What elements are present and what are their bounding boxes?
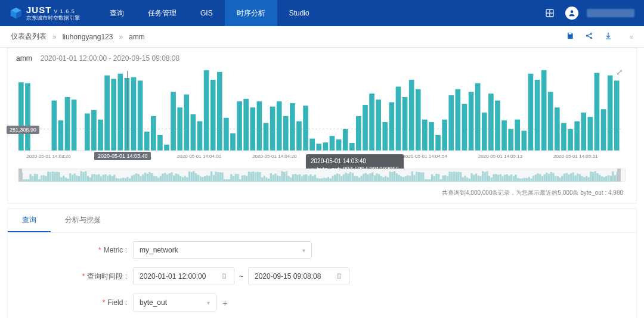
- nav-item-0[interactable]: 查询: [98, 0, 136, 26]
- svg-rect-251: [318, 179, 320, 182]
- svg-rect-32: [138, 80, 143, 151]
- svg-rect-242: [299, 174, 301, 182]
- svg-rect-243: [301, 176, 303, 182]
- save-icon[interactable]: [566, 32, 574, 42]
- svg-rect-54: [283, 116, 289, 151]
- svg-rect-172: [144, 173, 146, 182]
- svg-rect-131: [54, 172, 55, 182]
- time-to-input[interactable]: 2020-09-15 09:08:08🗓: [248, 267, 349, 285]
- svg-rect-316: [462, 177, 464, 182]
- svg-rect-234: [281, 171, 283, 182]
- svg-rect-192: [188, 172, 190, 182]
- svg-rect-77: [435, 135, 441, 151]
- breadcrumb-item[interactable]: 仪表盘列表: [11, 32, 47, 42]
- svg-rect-218: [246, 176, 247, 182]
- svg-rect-389: [617, 169, 621, 182]
- svg-rect-195: [195, 173, 197, 182]
- avatar-icon[interactable]: [565, 7, 578, 20]
- svg-rect-80: [456, 89, 461, 151]
- svg-rect-118: [25, 179, 27, 182]
- expand-icon[interactable]: ⤢: [616, 67, 623, 77]
- svg-rect-265: [349, 172, 351, 182]
- svg-rect-304: [435, 174, 437, 182]
- svg-rect-280: [382, 177, 384, 182]
- breadcrumb-item[interactable]: liuhongyang123: [63, 33, 113, 41]
- tab-1[interactable]: 分析与挖掘: [51, 209, 115, 232]
- svg-rect-184: [171, 173, 172, 182]
- svg-rect-63: [343, 129, 348, 151]
- breadcrumb-item[interactable]: amm: [129, 33, 145, 41]
- svg-rect-288: [400, 176, 402, 182]
- svg-rect-68: [376, 99, 381, 151]
- nav-item-1[interactable]: 任务管理: [136, 0, 188, 26]
- chart-area[interactable]: ⤢ 251,308.90 2020-05-01 14:03:262020-05-…: [8, 68, 636, 166]
- calendar-icon: 🗓: [336, 272, 343, 280]
- svg-rect-82: [469, 92, 474, 151]
- svg-rect-148: [91, 174, 93, 182]
- add-field-icon[interactable]: +: [222, 298, 228, 308]
- svg-rect-372: [586, 176, 587, 182]
- svg-rect-319: [469, 179, 470, 182]
- share-icon[interactable]: [585, 32, 593, 42]
- svg-rect-75: [422, 120, 428, 151]
- svg-rect-14: [18, 82, 24, 151]
- metric-select[interactable]: my_network▾: [133, 241, 312, 259]
- row-metric: *Metric : my_network▾: [32, 241, 612, 259]
- svg-rect-250: [316, 178, 318, 182]
- svg-rect-211: [230, 174, 232, 182]
- svg-rect-300: [426, 179, 428, 182]
- svg-rect-266: [352, 173, 354, 182]
- svg-rect-262: [343, 174, 345, 182]
- svg-rect-214: [237, 174, 239, 182]
- svg-rect-66: [363, 105, 368, 151]
- grid-icon[interactable]: [543, 6, 557, 20]
- svg-rect-196: [197, 175, 199, 182]
- svg-rect-362: [564, 174, 565, 182]
- svg-rect-201: [208, 176, 210, 182]
- chart-card: amm 2020-01-01 12:00:00 - 2020-09-15 09:…: [7, 48, 637, 204]
- bar-chart[interactable]: 2020-05-01 14:03:262020-05-01 14:03:4020…: [18, 68, 621, 164]
- tab-0[interactable]: 查询: [8, 209, 51, 232]
- nav-item-4[interactable]: Studio: [277, 0, 321, 26]
- svg-rect-62: [336, 139, 342, 151]
- download-icon[interactable]: [604, 32, 612, 42]
- svg-rect-381: [605, 176, 607, 182]
- svg-rect-170: [140, 176, 141, 182]
- svg-rect-257: [332, 176, 333, 182]
- svg-rect-79: [448, 95, 454, 151]
- svg-rect-292: [409, 176, 411, 182]
- svg-rect-188: [179, 176, 181, 182]
- svg-rect-302: [431, 174, 433, 182]
- nav-item-3[interactable]: 时序分析: [225, 0, 277, 26]
- svg-rect-317: [464, 176, 466, 182]
- svg-rect-61: [330, 136, 335, 151]
- svg-rect-359: [557, 176, 559, 182]
- field-select[interactable]: byte_out▾: [133, 294, 216, 311]
- svg-rect-358: [555, 176, 556, 182]
- svg-rect-135: [63, 176, 64, 182]
- svg-rect-204: [215, 172, 216, 182]
- svg-rect-285: [394, 171, 395, 182]
- range-separator: ~: [239, 272, 243, 280]
- svg-rect-57: [303, 105, 308, 151]
- svg-rect-210: [228, 179, 230, 182]
- svg-rect-189: [182, 177, 184, 182]
- svg-rect-176: [153, 176, 155, 182]
- svg-rect-183: [169, 173, 171, 182]
- brush-overview[interactable]: [18, 169, 626, 182]
- time-from-input[interactable]: 2020-01-01 12:00:00🗓: [133, 267, 234, 285]
- svg-rect-76: [429, 122, 434, 151]
- svg-rect-364: [568, 174, 569, 182]
- svg-rect-202: [210, 172, 212, 182]
- x-hover-pill: 2020-05-01 14:03:40: [94, 152, 151, 160]
- nav-item-2[interactable]: GIS: [188, 0, 225, 26]
- svg-rect-347: [530, 179, 532, 182]
- svg-rect-7: [569, 33, 572, 35]
- svg-rect-168: [135, 173, 137, 182]
- brush-track[interactable]: [18, 169, 626, 182]
- svg-rect-98: [574, 121, 580, 151]
- collapse-icon[interactable]: «: [629, 33, 633, 41]
- sub-bar: 仪表盘列表»liuhongyang123»amm «: [0, 26, 644, 48]
- svg-rect-133: [58, 172, 60, 182]
- svg-rect-169: [138, 174, 140, 182]
